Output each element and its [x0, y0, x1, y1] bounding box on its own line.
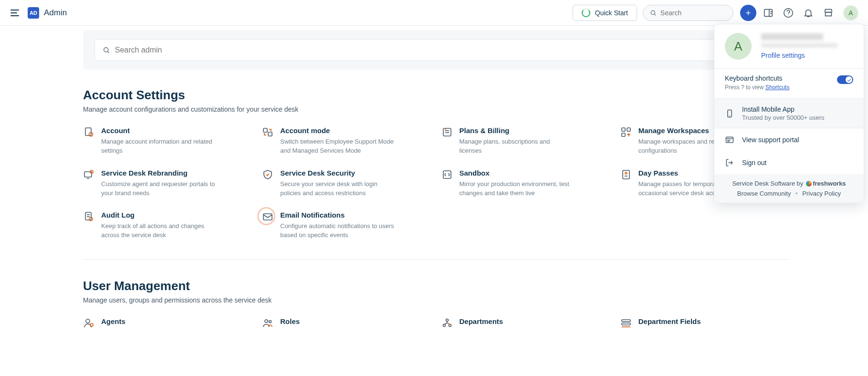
- agent-icon: [83, 317, 94, 329]
- audit-icon: [83, 211, 94, 222]
- quick-start-button[interactable]: Quick Start: [573, 5, 637, 21]
- keyboard-shortcuts-row: Keyboard shortcuts Press ? to view Short…: [714, 69, 864, 98]
- svg-point-41: [449, 324, 451, 327]
- search-icon: [103, 46, 110, 54]
- plus-icon: [744, 9, 752, 17]
- svg-rect-14: [263, 128, 267, 132]
- view-support-portal-label: View support portal: [742, 136, 799, 144]
- card-title: Account: [101, 126, 216, 135]
- hamburger-menu-icon[interactable]: [10, 7, 21, 19]
- freshworks-logo[interactable]: freshworks: [806, 180, 846, 187]
- card-rebranding[interactable]: Service Desk RebrandingCustomize agent a…: [83, 169, 252, 198]
- help-icon[interactable]: [783, 8, 794, 18]
- card-account-mode[interactable]: Account modeSwitch between Employee Supp…: [262, 126, 431, 156]
- card-title: Departments: [460, 317, 503, 325]
- card-department-fields[interactable]: Department Fields: [620, 317, 790, 329]
- account-icon: [83, 126, 94, 138]
- panel-icon[interactable]: [763, 8, 774, 18]
- card-roles[interactable]: Roles: [262, 317, 431, 329]
- card-title: Audit Log: [101, 211, 216, 219]
- install-mobile-app-row[interactable]: Install Mobile App Trusted by over 50000…: [714, 99, 864, 128]
- card-plans-billing[interactable]: $ Plans & BillingManage plans, subscript…: [441, 126, 611, 156]
- card-audit-log[interactable]: Audit LogKeep track of all actions and c…: [83, 211, 252, 240]
- portal-icon: [725, 135, 734, 145]
- section-title: Account Settings: [83, 88, 790, 103]
- card-title: Roles: [280, 317, 300, 325]
- svg-line-11: [108, 52, 109, 53]
- card-departments[interactable]: Departments: [441, 317, 611, 329]
- profile-dropdown: A Profile settings Keyboard shortcuts Pr…: [714, 24, 864, 203]
- brand-badge: AD: [28, 7, 39, 19]
- sign-out-icon: [725, 158, 734, 167]
- svg-line-43: [444, 323, 447, 324]
- mobile-icon: [725, 109, 734, 118]
- page-title: Admin: [44, 8, 67, 18]
- freshworks-logo-icon: [806, 181, 812, 187]
- card-title: Service Desk Rebranding: [101, 169, 216, 177]
- marketplace-icon[interactable]: [823, 8, 834, 18]
- day-pass-icon: [620, 169, 632, 180]
- dropdown-footer: Service Desk Software by freshworks Brow…: [714, 174, 864, 203]
- card-desc: Keep track of all actions and changes ac…: [101, 222, 216, 240]
- svg-point-35: [86, 319, 90, 323]
- section-divider: [83, 259, 790, 260]
- card-title: Department Fields: [638, 317, 701, 325]
- view-support-portal-row[interactable]: View support portal: [714, 128, 864, 151]
- svg-rect-27: [623, 170, 629, 179]
- section-subtitle: Manage account configurations and custom…: [83, 105, 790, 113]
- svg-point-39: [446, 319, 448, 322]
- keyboard-shortcuts-sub: Press ? to view: [725, 84, 765, 91]
- shortcuts-link[interactable]: Shortcuts: [765, 84, 790, 91]
- profile-settings-link[interactable]: Profile settings: [761, 52, 837, 59]
- privacy-policy-link[interactable]: Privacy Policy: [802, 190, 841, 197]
- profile-avatar[interactable]: A: [843, 5, 858, 21]
- svg-rect-15: [268, 132, 272, 136]
- billing-icon: $: [441, 126, 453, 138]
- admin-search-input[interactable]: [115, 46, 770, 54]
- browse-community-link[interactable]: Browse Community: [737, 190, 791, 197]
- card-title: Sandbox: [460, 169, 574, 177]
- shield-icon: [262, 169, 273, 180]
- install-mobile-title: Install Mobile App: [742, 105, 825, 113]
- card-desc: Configure automatic notifications to use…: [280, 222, 395, 240]
- sign-out-row[interactable]: Sign out: [714, 151, 864, 174]
- svg-line-1: [655, 14, 656, 15]
- card-title: Email Notifications: [280, 211, 395, 219]
- svg-rect-34: [263, 214, 272, 220]
- svg-rect-46: [622, 323, 630, 325]
- svg-line-44: [447, 323, 450, 324]
- svg-point-37: [265, 320, 268, 323]
- svg-rect-20: [622, 128, 625, 131]
- svg-rect-12: [85, 128, 91, 136]
- card-title: Plans & Billing: [460, 126, 574, 135]
- svg-rect-45: [622, 320, 630, 322]
- card-email-notifications[interactable]: Email NotificationsConfigure automatic n…: [262, 211, 431, 240]
- admin-search[interactable]: [94, 39, 778, 61]
- section-title: User Management: [83, 279, 790, 293]
- section-subtitle: Manage users, groups and permissions acr…: [83, 296, 790, 304]
- svg-point-40: [443, 324, 445, 327]
- global-search[interactable]: [643, 5, 733, 21]
- profile-name-redacted: [761, 33, 823, 40]
- card-desc: Manage account information and related s…: [101, 137, 216, 156]
- new-button[interactable]: [740, 5, 756, 21]
- section-account-settings: Account Settings Manage account configur…: [83, 88, 790, 240]
- card-sandbox[interactable]: SandboxMirror your production environmen…: [441, 169, 611, 198]
- quick-start-label: Quick Start: [595, 9, 628, 17]
- spinner-icon: [582, 9, 590, 17]
- workspaces-icon: [620, 126, 632, 138]
- sandbox-icon: [441, 169, 453, 180]
- card-agents[interactable]: Agents: [83, 317, 252, 329]
- global-search-input[interactable]: [660, 9, 726, 17]
- svg-point-10: [104, 48, 108, 52]
- keyboard-shortcuts-toggle[interactable]: [837, 75, 853, 84]
- card-security[interactable]: Service Desk SecuritySecure your service…: [262, 169, 431, 198]
- bell-icon[interactable]: [803, 8, 814, 18]
- search-icon: [650, 9, 657, 17]
- svg-rect-22: [622, 133, 625, 136]
- svg-point-28: [625, 172, 627, 174]
- svg-point-0: [651, 10, 655, 14]
- sign-out-label: Sign out: [742, 159, 766, 167]
- card-account[interactable]: AccountManage account information and re…: [83, 126, 252, 156]
- section-user-management: User Management Manage users, groups and…: [83, 279, 790, 329]
